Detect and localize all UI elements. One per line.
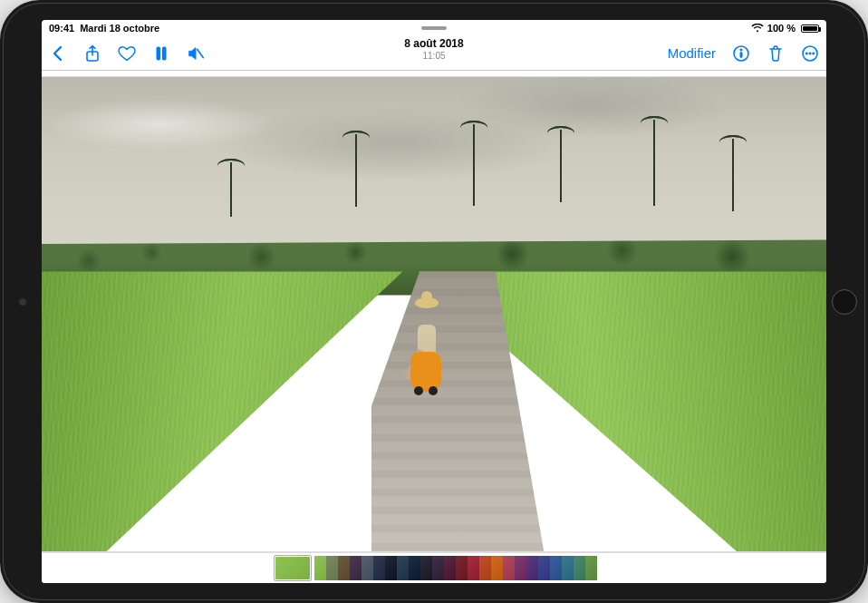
thumbnail[interactable] [326,556,338,580]
battery-icon [801,24,819,33]
photo-viewer[interactable] [42,71,826,583]
mute-button[interactable] [187,44,205,63]
front-camera [19,298,26,306]
thumbnail[interactable] [503,556,515,580]
svg-point-5 [740,48,742,50]
home-button[interactable] [832,289,857,315]
status-bar: 09:41 Mardi 18 octobre 100 % [42,20,826,36]
thumbnail-filmstrip[interactable] [42,552,826,583]
pause-button[interactable] [152,44,170,63]
thumbnail[interactable] [538,556,550,580]
thumbnail[interactable] [420,556,432,580]
svg-rect-2 [163,47,167,60]
thumbnail[interactable] [409,556,420,580]
thumbnail[interactable] [574,556,585,580]
svg-point-10 [813,52,815,53]
thumbnail[interactable] [491,556,503,580]
thumbnail[interactable] [350,556,362,580]
thumbnail[interactable] [526,556,538,580]
status-time: 09:41 [49,23,74,34]
thumbnail[interactable] [444,556,456,580]
svg-line-3 [198,49,203,57]
favorite-button[interactable] [118,44,136,63]
thumbnail[interactable] [585,556,597,580]
wifi-icon [751,24,764,33]
thumbnail[interactable] [468,556,479,580]
svg-rect-6 [740,52,742,57]
photo-time: 11:05 [404,51,463,62]
status-date: Mardi 18 octobre [80,23,159,34]
photo-date: 8 août 2018 [404,38,463,51]
edit-button[interactable]: Modifier [668,45,716,61]
thumbnail[interactable] [515,556,526,580]
more-button[interactable] [801,44,819,63]
thumbnail[interactable] [338,556,350,580]
info-button[interactable] [732,44,750,63]
svg-rect-1 [157,47,160,60]
edit-label: Modifier [668,45,716,61]
thumbnail-selected[interactable] [275,556,311,580]
thumbnail[interactable] [362,556,373,580]
thumbnail[interactable] [562,556,574,580]
delete-button[interactable] [767,44,785,63]
thumbnail[interactable] [314,556,326,580]
multitask-handle[interactable] [421,26,447,30]
thumbnail[interactable] [397,556,409,580]
back-button[interactable] [49,44,67,63]
thumbnail[interactable] [456,556,468,580]
thumbnail[interactable] [385,556,397,580]
svg-point-8 [805,52,807,53]
battery-text: 100 % [767,23,796,34]
thumbnail[interactable] [432,556,444,580]
screen: 09:41 Mardi 18 octobre 100 % [42,20,826,583]
thumbnail[interactable] [550,556,562,580]
ipad-device-frame: 09:41 Mardi 18 octobre 100 % [0,0,868,603]
nav-bar: 8 août 2018 11:05 Modifier [42,36,826,71]
share-button[interactable] [83,44,101,63]
thumbnail[interactable] [479,556,491,580]
nav-title: 8 août 2018 11:05 [404,38,463,61]
thumbnail[interactable] [373,556,385,580]
svg-point-9 [809,52,811,53]
photo-content[interactable] [42,77,826,551]
